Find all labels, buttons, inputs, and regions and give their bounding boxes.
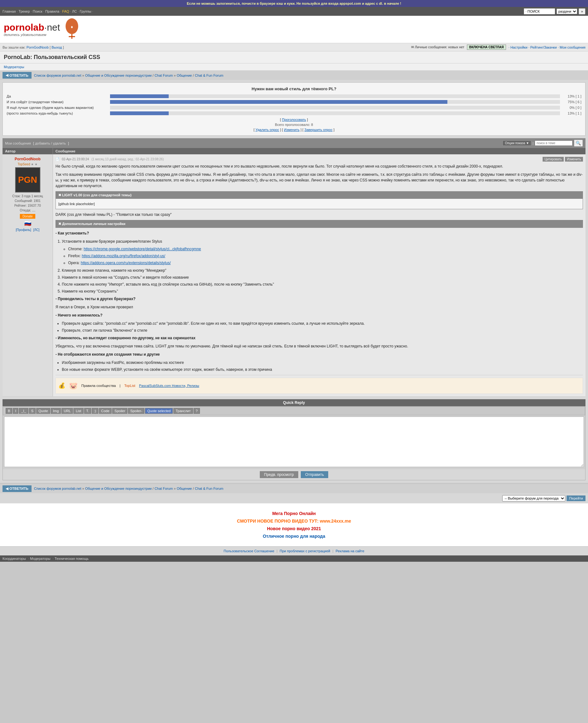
settings-box-header[interactable]: ✖ Дополнительные личные настройки [56,220,583,227]
ad-link-3[interactable]: Новое порно видео 2021 [5,526,583,531]
add-remove-link[interactable]: добавить / удалить [35,141,66,145]
nav-groups[interactable]: Группы [80,9,91,13]
post-icon: 📄 [56,158,59,161]
toolbar-spoiler[interactable]: Spoiler [112,408,127,414]
nav-right: раздачи » [524,8,586,15]
poll-option-4: (просто захотелось куда-нибудь тыкнуть) … [7,112,581,115]
news-link[interactable]: PascalSubSluts.com Новости, Релизы [139,383,199,388]
toolbar-img[interactable]: Img [51,408,61,414]
nav-search-input[interactable] [524,8,555,15]
breadcrumb-chat-forum[interactable]: Chat Forum [154,74,173,77]
reg-problems-link[interactable]: При проблемах с регистрацией [280,549,330,553]
submit-button[interactable]: Отправить [301,471,329,478]
light-box-header[interactable]: ✖ LIGHT v1.00 (css для стандартной темы) [56,192,583,199]
ad-link-4[interactable]: Отличное порно для народа [5,534,583,539]
breadcrumb-chatfun[interactable]: Chat & Fun Forum [195,74,223,77]
coordinators-link[interactable]: Координаторы [2,557,26,561]
post-edit-info: (1 месяц 13 дней назад, ред.: 02-Apr-21 … [91,158,164,161]
toolbar-quote[interactable]: Quote [36,408,50,414]
post-author-col: PornGodNoob TopSeed ★ ★ PGN Стаж: 3 года… [2,154,53,396]
opera-link[interactable]: https://addons.opera.com/ru/extensions/d… [81,261,171,265]
settings-link[interactable]: · Настройки [508,45,527,49]
nav-home[interactable]: Главная [2,9,16,13]
poll-bar-1 [110,94,169,98]
breadcrumb: Список форумов pornolab.net » Общение и … [34,74,224,77]
ad-link-2[interactable]: СМОТРИ НОВОЕ ПОРНО ВИДЕО ТУТ: www.24xxx.… [5,519,583,524]
toolbar-list[interactable]: List [74,408,83,414]
breadcrumb-bottom-general[interactable]: Общение и Обсуждение порноиндустрии [85,487,152,490]
tos-link[interactable]: Пользовательское Соглашение [224,549,274,553]
poll-section: Нужен вам новый стиль для тёмного PL? Да… [2,82,586,136]
post-search-input[interactable] [535,140,572,146]
vote-link[interactable]: Проголосовать [282,118,306,121]
my-messages-control-link[interactable]: Мои сообщения [5,141,31,145]
breadcrumb-bottom-chatfun[interactable]: Chat & Fun Forum [195,487,223,490]
user-bar: Вы зашли как: PornGodNoob [ Выход ] ✉ Ли… [0,43,588,52]
toolbar-quote-selected[interactable]: Quote selected [145,408,173,414]
toolbar-underline[interactable]: _I_ [19,408,28,414]
rating-link[interactable]: · Рейтинг/Закачки [528,45,557,49]
preview-button[interactable]: Предв. просмотр [260,471,298,478]
breadcrumb-bottom-home[interactable]: Список форумов pornolab.net [34,487,81,490]
forum-jump-select[interactable]: -- Выберите форум для перехода -- [502,495,565,501]
reply-button-top[interactable]: ◀ ОТВЕТИТЬ [2,72,31,79]
post-row: PornGodNoob TopSeed ★ ★ PGN Стаж: 3 года… [2,154,586,397]
toolbar-spoiler-minus[interactable]: Spoiler- [128,408,144,414]
chrome-link[interactable]: https://chrome.google.com/webstore/detai… [84,247,201,251]
post-para2: Так что вашему вниманию представляю свой… [56,172,583,189]
reply-textarea[interactable] [4,417,584,467]
breadcrumb-home[interactable]: Список форумов pornolab.net [34,74,81,77]
toolbar-bold[interactable]: B [6,408,12,414]
moderators-link[interactable]: Модераторы [4,65,24,69]
action-bar-top: ◀ ОТВЕТИТЬ Список форумов pornolab.net »… [0,71,588,80]
toolbar-url[interactable]: URL [62,408,73,414]
pm-link[interactable]: [ЛС] [34,228,39,232]
toolbar-code[interactable]: Code [99,408,112,414]
poll-total: Всего проголосовало: 8 [7,123,581,126]
logout-link[interactable]: Выход [52,45,62,49]
breadcrumb-general[interactable]: Общение и Обсуждение порноиндустрии [85,74,152,77]
ads-section: Мега Порно Онлайн СМОТРИ НОВОЕ ПОРНО ВИД… [0,503,588,546]
profile-link[interactable]: [Профиль] [16,228,31,232]
toolbar-t[interactable]: T. [84,408,91,414]
forum-jump-button[interactable]: Перейти [567,496,586,501]
forum-jump: -- Выберите форум для перехода -- Перейт… [0,493,588,503]
close-poll-link[interactable]: Завершить опрос [304,128,332,132]
nav-tracker[interactable]: Трекер [19,9,30,13]
ad-link-1[interactable]: Мега Порно Онлайн [5,511,583,516]
username-link[interactable]: PornGodNoob [26,45,48,49]
reply-button-bottom[interactable]: ◀ ОТВЕТИТЬ [2,485,31,492]
ads-link[interactable]: Реклама на сайте [335,549,364,553]
post-search-button[interactable]: 🔍 [574,140,583,147]
post-header-message: Сообщение [53,148,586,154]
breadcrumb-bottom-chat[interactable]: Chat Forum [154,487,173,490]
light-switch-button[interactable]: ВКЛЮЧЕНА СВЕТЛАЯ [467,44,506,50]
toolbar-italic[interactable]: I [13,408,18,414]
toolbar-emoji[interactable]: :) [92,408,98,414]
toolbar-help[interactable]: ? [194,408,200,414]
toolbar-translit[interactable]: Транслит [173,408,193,414]
breadcrumb-general2[interactable]: Общение [177,74,192,77]
donate-button[interactable]: Donate [20,214,35,219]
nav-faq[interactable]: FAQ [62,9,69,13]
quote-button[interactable]: Цитировать [543,157,564,162]
edit-poll-link[interactable]: Изменить [284,128,299,132]
nav-rules[interactable]: Правила [45,9,59,13]
options-button[interactable]: Опции показа ▼ [503,140,531,146]
nav-search-button[interactable]: » [579,8,586,15]
nav-category-select[interactable]: раздачи [556,8,577,14]
edit-button[interactable]: Изменить [565,157,583,162]
nav-ls[interactable]: ЛС [72,9,77,13]
site-footer: Пользовательское Соглашение | При пробле… [0,546,588,556]
breadcrumb-bottom-general2[interactable]: Общение [177,487,192,490]
moderators-bottom-link[interactable]: Модераторы [30,557,50,561]
firefox-link[interactable]: https://addons.mozilla.org/ru/firefox/ad… [82,254,165,258]
logo-subtitle: делитесь удовольствием [4,33,46,37]
toolbar-strike[interactable]: S [29,408,36,414]
tech-support-link[interactable]: Техническая помощь [55,557,89,561]
breadcrumb-bottom: Список форумов pornolab.net » Общение и … [34,487,224,490]
my-messages-link[interactable]: · Мои сообщения [558,45,586,49]
post-message-col: 📄 02-Apr-21 23:00:24 (1 месяц 13 дней на… [53,154,586,396]
delete-poll-link[interactable]: Удалить опрос [255,128,279,132]
nav-search[interactable]: Поиск [33,9,42,13]
